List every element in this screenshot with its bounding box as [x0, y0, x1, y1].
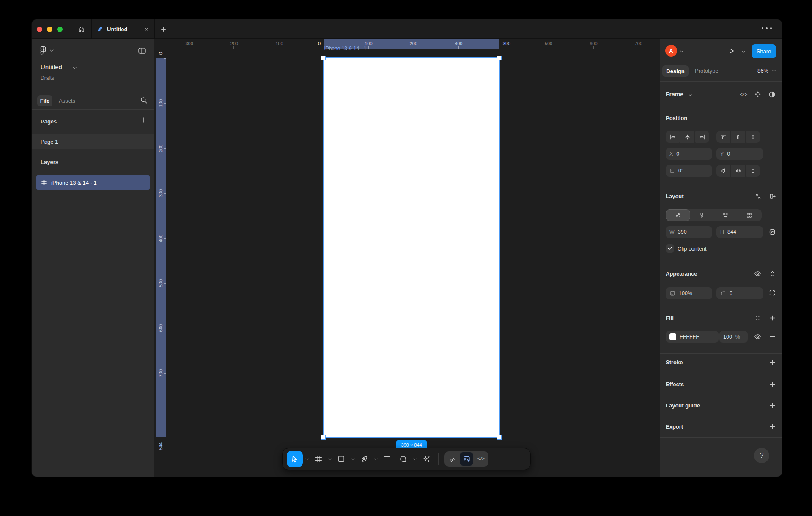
layout-freeform-option[interactable] — [666, 210, 690, 221]
chevron-down-icon[interactable] — [49, 49, 54, 52]
tab-design[interactable]: Design — [662, 65, 689, 77]
pen-tool-chevron[interactable] — [373, 452, 378, 466]
styles-half-circle-icon[interactable] — [768, 90, 776, 98]
horizontal-ruler[interactable]: -300-200-1000100200300390500600700 — [154, 39, 660, 49]
plus-icon — [160, 26, 167, 33]
comment-tool-button[interactable] — [396, 452, 410, 466]
present-chevron-icon[interactable] — [741, 50, 746, 53]
move-tool-button[interactable] — [287, 451, 303, 467]
actions-button[interactable] — [419, 452, 433, 466]
flip-vertical-button[interactable] — [746, 165, 760, 177]
share-button[interactable]: Share — [752, 44, 776, 58]
avatar[interactable]: A — [665, 45, 677, 57]
y-position-input[interactable]: Y 0 — [716, 148, 763, 160]
styles-grid-icon[interactable] — [754, 314, 761, 322]
selected-frame[interactable] — [324, 58, 499, 437]
document-title[interactable]: Untitled — [41, 63, 62, 71]
canvas[interactable]: -300-200-1000100200300390500600700 01002… — [154, 39, 660, 477]
selection-type-label[interactable]: Frame — [666, 91, 683, 98]
resize-handle-top-left[interactable] — [321, 56, 326, 60]
layout-horizontal-option[interactable] — [714, 210, 738, 221]
fill-color-input[interactable]: FFFFFF — [666, 331, 719, 343]
maximize-window-button[interactable] — [57, 27, 63, 32]
layout-grid-option[interactable] — [738, 210, 761, 221]
add-export-icon[interactable] — [768, 423, 776, 430]
fill-opacity-input[interactable]: 100 % — [719, 331, 748, 343]
window-menu-button[interactable] — [762, 27, 772, 29]
rotation-input[interactable]: 0° — [666, 165, 712, 177]
add-page-icon[interactable] — [140, 117, 147, 123]
close-window-button[interactable] — [37, 27, 42, 32]
eye-icon[interactable] — [754, 270, 761, 277]
add-auto-layout-icon[interactable] — [768, 192, 776, 200]
rotate-button[interactable] — [716, 165, 730, 177]
close-tab-icon[interactable] — [144, 27, 149, 32]
align-right-button[interactable] — [695, 131, 709, 143]
clip-content-checkbox[interactable] — [666, 244, 674, 253]
frame-tool-chevron[interactable] — [327, 452, 332, 466]
chevron-down-icon[interactable] — [680, 50, 684, 53]
add-stroke-icon[interactable] — [768, 358, 776, 366]
zoom-control[interactable]: 86% — [757, 68, 776, 74]
comment-tool-chevron[interactable] — [412, 452, 417, 466]
ruler-label: 200 — [410, 41, 417, 46]
corner-radius-input[interactable]: 0 — [716, 287, 763, 299]
align-bottom-button[interactable] — [746, 131, 760, 143]
present-play-icon[interactable] — [728, 47, 735, 55]
draw-mode-button[interactable] — [445, 452, 459, 466]
layer-item-selected[interactable]: iPhone 13 & 14 - 1 — [36, 175, 150, 190]
align-vertical-center-button[interactable] — [731, 131, 745, 143]
add-fill-icon[interactable] — [768, 314, 776, 322]
fill-visibility-eye-icon[interactable] — [754, 333, 761, 340]
x-position-input[interactable]: X 0 — [666, 148, 712, 160]
vertical-ruler[interactable]: 0100200300400500600700844 — [156, 49, 166, 477]
figma-logo-icon[interactable] — [40, 46, 47, 55]
document-location[interactable]: Drafts — [41, 75, 54, 81]
help-button[interactable]: ? — [754, 448, 769, 463]
align-horizontal-center-button[interactable] — [680, 131, 694, 143]
dev-code-icon[interactable]: </> — [740, 91, 747, 98]
width-input[interactable]: W 390 — [666, 226, 712, 238]
home-button[interactable] — [74, 23, 88, 35]
move-tool-chevron[interactable] — [304, 452, 310, 466]
selection-chevron-icon[interactable] — [688, 93, 692, 96]
resize-handle-bottom-right[interactable] — [497, 435, 502, 440]
add-layout-guide-icon[interactable] — [768, 401, 776, 409]
resize-handle-bottom-left[interactable] — [321, 435, 326, 440]
shape-tool-chevron[interactable] — [350, 452, 355, 466]
pen-tool-button[interactable] — [357, 452, 371, 466]
design-mode-button[interactable] — [460, 452, 473, 466]
file-tab[interactable]: Untitled — [91, 19, 154, 39]
shrink-to-fit-icon[interactable] — [754, 192, 762, 200]
droplet-icon[interactable] — [768, 270, 776, 277]
tab-prototype[interactable]: Prototype — [695, 68, 719, 74]
create-component-icon[interactable] — [754, 90, 762, 98]
tab-assets[interactable]: Assets — [59, 98, 75, 104]
page-list-item[interactable]: Page 1 — [32, 134, 154, 149]
text-tool-button[interactable] — [380, 452, 394, 466]
toggle-sidebar-icon[interactable] — [138, 47, 146, 54]
layout-vertical-option[interactable] — [690, 210, 713, 221]
align-top-button[interactable] — [716, 131, 730, 143]
fill-color-swatch[interactable] — [669, 333, 676, 340]
tab-file[interactable]: File — [37, 95, 52, 106]
frame-name-label[interactable]: iPhone 13 & 14 - 1 — [324, 46, 366, 52]
resize-handle-top-right[interactable] — [497, 56, 502, 60]
new-tab-button[interactable] — [157, 23, 170, 35]
flip-horizontal-button[interactable] — [731, 165, 745, 177]
remove-fill-icon[interactable] — [768, 333, 776, 340]
constrain-proportions-icon[interactable] — [768, 228, 776, 236]
ruler-label: 500 — [158, 279, 163, 287]
clip-content-label[interactable]: Clip content — [678, 246, 707, 252]
align-left-button[interactable] — [666, 131, 680, 143]
opacity-input[interactable]: 100% — [666, 287, 712, 299]
frame-tool-button[interactable] — [311, 452, 326, 466]
shape-tool-button[interactable] — [334, 452, 348, 466]
independent-corners-icon[interactable] — [768, 289, 776, 297]
minimize-window-button[interactable] — [47, 27, 52, 32]
search-icon[interactable] — [140, 96, 148, 104]
add-effect-icon[interactable] — [768, 380, 776, 388]
chevron-down-icon[interactable] — [72, 66, 77, 70]
height-input[interactable]: H 844 — [716, 226, 763, 238]
dev-mode-button[interactable]: </> — [474, 452, 488, 466]
